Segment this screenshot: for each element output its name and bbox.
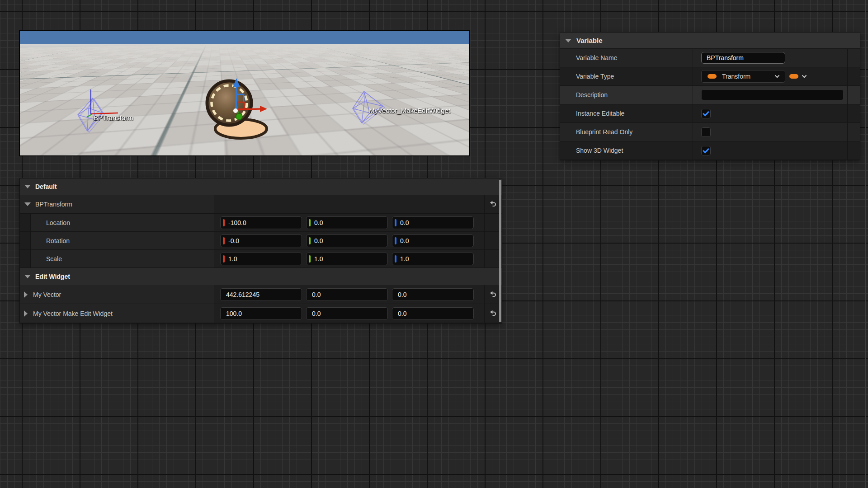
scale-x-input[interactable]: 1.0 [220,253,302,265]
indent-strip [20,232,31,249]
category-row-edit-widget[interactable]: Edit Widget [20,268,502,285]
location-z-input[interactable]: 0.0 [392,216,474,229]
scale-y-input[interactable]: 1.0 [306,253,388,265]
category-row-default[interactable]: Default [20,178,502,195]
checkmark-icon [702,110,710,117]
property-label-bptransform: BPTransform [35,201,72,208]
details-scrollbar[interactable] [499,180,501,322]
rotation-z-input[interactable]: 0.0 [392,235,474,247]
property-label-scale: Scale [46,255,62,263]
indent-strip [20,214,31,231]
chevron-down-icon [801,73,808,80]
reset-to-default-icon [489,290,498,299]
variable-type-value: Transform [722,73,750,80]
property-label-location: Location [46,219,70,226]
category-label-edit-widget: Edit Widget [35,273,70,280]
property-label-rotation: Rotation [46,237,70,244]
actor-label-myvector-makeeditwidget: MyVector_MakeEditWidget [369,107,450,114]
axis-y-strip [309,219,311,226]
description-row: Description [560,86,860,104]
reset-to-default-button[interactable] [487,289,499,300]
property-row-scale: Scale 1.0 1.0 1.0 [20,250,502,268]
collapse-arrow-icon[interactable] [24,202,31,206]
checkmark-icon [702,147,710,155]
variable-name-row: Variable Name [560,49,860,67]
property-row-bptransform[interactable]: BPTransform [20,195,502,214]
expand-arrow-icon[interactable] [24,310,28,317]
3d-preview-viewport[interactable]: BPTransform MyVector_MakeEditWidget [20,31,469,155]
variable-type-label: Variable Type [560,67,693,85]
mvmew-z-input[interactable]: 0.0 [392,307,474,320]
property-row-rotation: Rotation -0.0 0.0 0.0 [20,232,502,250]
collapse-arrow-icon[interactable] [24,275,31,278]
variable-section-header[interactable]: Variable [560,33,860,49]
gizmo-z-axis-arrow[interactable] [236,86,236,109]
axis-z-strip [395,237,396,244]
location-y-input[interactable]: 0.0 [306,216,388,229]
panel-splitter[interactable] [865,0,866,488]
property-row-location: Location -100.0 0.0 0.0 [20,214,502,232]
gizmo-x-axis-arrow[interactable] [237,109,261,109]
variable-type-row: Variable Type Transform [560,67,860,86]
blueprint-read-only-label: Blueprint Read Only [560,123,693,141]
axis-x-strip [223,255,225,263]
axis-z-strip [395,219,396,226]
blueprint-read-only-checkbox[interactable] [701,127,711,137]
axis-y-strip [309,255,311,263]
gizmo-y-axis-handle[interactable] [236,113,242,120]
variable-name-input[interactable] [701,52,785,64]
property-row-my-vector[interactable]: My Vector 442.612245 0.0 0.0 [20,285,502,304]
details-panel: Default BPTransform Location -100.0 [20,178,502,323]
axis-y-strip [309,237,311,244]
variable-panel: Variable Variable Name Variable Type Tra… [560,33,860,160]
location-x-input[interactable]: -100.0 [220,216,302,229]
indent-strip [20,250,31,267]
blueprint-graph-background[interactable]: { "viewport": { "actors": { "left_label"… [0,0,868,488]
description-label: Description [560,86,693,104]
my-vector-x-input[interactable]: 442.612245 [220,288,302,301]
my-vector-y-input[interactable]: 0.0 [306,288,388,301]
axis-z-strip [395,255,396,263]
mvmew-y-input[interactable]: 0.0 [306,307,388,320]
show-3d-widget-checkbox[interactable] [701,146,711,155]
variable-type-dropdown[interactable]: Transform [701,70,785,83]
property-label-my-vector-make-edit-widget: My Vector Make Edit Widget [33,310,113,317]
gizmo-origin-dot[interactable] [233,108,238,113]
viewport-overlay [20,31,469,155]
collapse-arrow-icon[interactable] [24,185,31,188]
reset-to-default-button[interactable] [487,198,499,210]
axis-x-strip [223,237,225,244]
show-3d-widget-row: Show 3D Widget [560,141,860,160]
mvmew-x-input[interactable]: 100.0 [220,307,302,320]
transform-pin-icon [789,74,798,79]
blueprint-read-only-row: Blueprint Read Only [560,123,860,141]
reset-to-default-icon [489,200,498,209]
rotation-x-input[interactable]: -0.0 [220,235,302,247]
chevron-down-icon [774,73,781,80]
property-label-my-vector: My Vector [33,291,61,298]
transform-pin-icon [708,74,717,79]
rotation-y-input[interactable]: 0.0 [306,235,388,247]
instance-editable-checkbox[interactable] [701,109,711,118]
reset-to-default-button[interactable] [487,308,499,319]
description-input[interactable] [701,89,844,100]
actor-label-bptransform: BPTransform [94,114,133,122]
variable-name-label: Variable Name [560,49,693,67]
instance-editable-row: Instance Editable [560,104,860,123]
container-type-dropdown[interactable] [789,73,808,80]
variable-header-label: Variable [576,37,603,44]
show-3d-widget-label: Show 3D Widget [560,141,693,160]
property-row-my-vector-make-edit-widget[interactable]: My Vector Make Edit Widget 100.0 0.0 0.0 [20,304,502,323]
category-label-default: Default [35,183,57,190]
expand-arrow-icon[interactable] [24,291,28,298]
instance-editable-label: Instance Editable [560,104,693,122]
my-vector-z-input[interactable]: 0.0 [392,288,474,301]
reset-to-default-icon [489,309,498,318]
scale-z-input[interactable]: 1.0 [392,253,474,265]
collapse-arrow-icon[interactable] [565,39,571,42]
axis-x-strip [223,219,225,226]
